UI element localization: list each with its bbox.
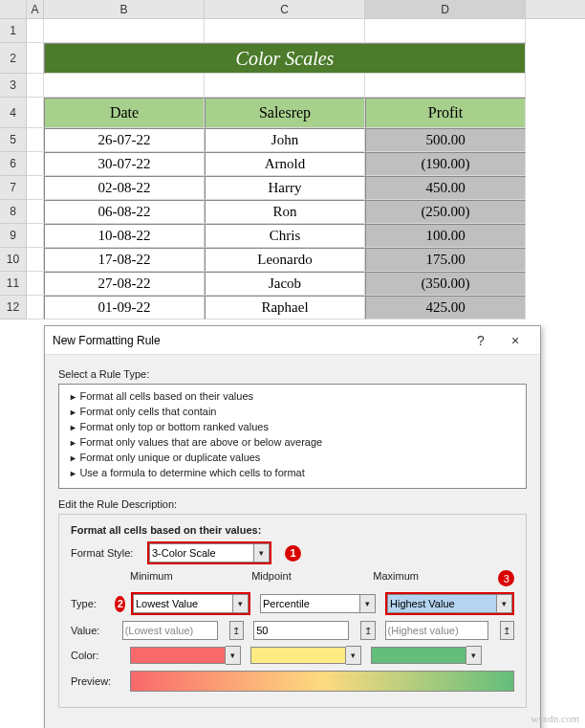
row-header[interactable]: 1	[0, 19, 27, 43]
column-header-d[interactable]: D	[365, 0, 526, 18]
cell-rep[interactable]: Ron	[205, 200, 365, 224]
row-header[interactable]: 8	[0, 200, 27, 224]
cell-profit[interactable]: 175.00	[365, 248, 526, 272]
format-style-select[interactable]: 3-Color Scale	[149, 543, 254, 563]
rule-type-list[interactable]: Format all cells based on their values F…	[58, 384, 527, 489]
cell-profit[interactable]: 425.00	[365, 296, 526, 320]
color-mid-swatch[interactable]	[250, 647, 346, 664]
cell-date[interactable]: 30-07-22	[44, 152, 205, 176]
close-button[interactable]: ×	[498, 329, 532, 352]
rule-description-box: Format all cells based on their values: …	[58, 514, 527, 708]
color-label: Color:	[71, 650, 120, 661]
column-header-b[interactable]: B	[44, 0, 205, 18]
chevron-down-icon[interactable]: ▾	[254, 543, 270, 563]
cell-rep[interactable]: Jacob	[205, 272, 365, 296]
row-header[interactable]: 12	[0, 296, 27, 320]
cell-rep[interactable]: John	[205, 128, 365, 152]
grid-row: 7 02-08-22 Harry 450.00	[0, 176, 585, 200]
value-min-input	[122, 621, 218, 640]
cell-rep[interactable]: Leonardo	[205, 248, 365, 272]
cell-profit[interactable]: 500.00	[365, 128, 526, 152]
cell-date[interactable]: 06-08-22	[44, 200, 205, 224]
chevron-down-icon[interactable]: ▾	[233, 594, 249, 613]
cell-profit[interactable]: (250.00)	[365, 200, 526, 224]
cell-rep[interactable]: Raphael	[205, 296, 365, 320]
rule-item[interactable]: Format only cells that contain	[59, 404, 526, 419]
row-header[interactable]: 3	[0, 74, 27, 98]
help-button[interactable]: ?	[464, 329, 498, 352]
cell-profit[interactable]: (190.00)	[365, 152, 526, 176]
dialog-title: New Formatting Rule	[53, 334, 464, 347]
format-style-label: Format Style:	[71, 547, 138, 559]
callout-2: 2	[115, 596, 125, 612]
rule-item[interactable]: Format only top or bottom ranked values	[59, 419, 526, 434]
watermark: wsxdn.com	[531, 713, 579, 724]
color-min-swatch[interactable]	[130, 647, 226, 664]
preview-gradient	[130, 671, 514, 692]
row-header[interactable]: 7	[0, 176, 27, 200]
grid-row: 2 Color Scales	[0, 43, 585, 74]
cell-date[interactable]: 26-07-22	[44, 128, 205, 152]
title-cell[interactable]: Color Scales	[44, 43, 526, 74]
grid-row: 12 01-09-22 Raphael 425.00	[0, 296, 585, 320]
cell-date[interactable]: 17-08-22	[44, 248, 205, 272]
header-profit[interactable]: Profit	[365, 98, 526, 128]
rule-item[interactable]: Use a formula to determine which cells t…	[59, 465, 526, 480]
grid-rows: 1 2 Color Scales 3 4 Date Salesrep Profi…	[0, 19, 585, 320]
cell-date[interactable]: 02-08-22	[44, 176, 205, 200]
range-picker-icon[interactable]: ↥	[500, 621, 514, 640]
dialog-titlebar[interactable]: New Formatting Rule ? ×	[45, 326, 540, 355]
cell-date[interactable]: 27-08-22	[44, 272, 205, 296]
value-mid-input[interactable]	[253, 621, 349, 640]
row-header[interactable]: 6	[0, 152, 27, 176]
column-header-a[interactable]: A	[27, 0, 44, 18]
row-header[interactable]: 10	[0, 248, 27, 272]
cell-date[interactable]: 10-08-22	[44, 224, 205, 248]
callout-1: 1	[285, 545, 301, 562]
chevron-down-icon[interactable]: ▾	[497, 594, 512, 613]
type-min-select[interactable]: Lowest Value	[133, 594, 233, 613]
chevron-down-icon[interactable]: ▾	[226, 646, 241, 665]
header-date[interactable]: Date	[44, 98, 205, 128]
minimum-label: Minimum	[130, 570, 251, 586]
select-rule-label: Select a Rule Type:	[58, 368, 527, 380]
rule-item[interactable]: Format only values that are above or bel…	[59, 434, 526, 450]
row-header[interactable]: 2	[0, 43, 27, 74]
rule-item[interactable]: Format only unique or duplicate values	[59, 450, 526, 465]
grid-row: 11 27-08-22 Jacob (350.00)	[0, 272, 585, 296]
cell-rep[interactable]: Harry	[205, 176, 365, 200]
column-headers: A B C D	[0, 0, 585, 19]
type-mid-select[interactable]: Percentile	[260, 594, 360, 613]
row-header[interactable]: 11	[0, 272, 27, 296]
chevron-down-icon[interactable]: ▾	[466, 646, 482, 665]
header-salesrep[interactable]: Salesrep	[205, 98, 365, 128]
spreadsheet-area: A B C D 1 2 Color Scales 3 4	[0, 0, 585, 320]
chevron-down-icon[interactable]: ▾	[346, 646, 361, 665]
edit-heading: Format all cells based on their values:	[71, 524, 514, 536]
cell-profit[interactable]: 450.00	[365, 176, 526, 200]
row-header[interactable]: 9	[0, 224, 27, 248]
row-header[interactable]: 4	[0, 98, 27, 128]
edit-desc-label: Edit the Rule Description:	[58, 498, 527, 510]
cell-profit[interactable]: 100.00	[365, 224, 526, 248]
range-picker-icon[interactable]: ↥	[229, 621, 244, 640]
color-max-swatch[interactable]	[371, 647, 466, 664]
value-label: Value:	[71, 625, 113, 636]
value-max-input	[385, 621, 488, 640]
dialog-body: Select a Rule Type: Format all cells bas…	[45, 355, 540, 719]
cell-rep[interactable]: Arnold	[205, 152, 365, 176]
type-label: Type:	[71, 598, 101, 609]
select-all-corner[interactable]	[0, 0, 27, 18]
chevron-down-icon[interactable]: ▾	[360, 594, 376, 613]
cell-rep[interactable]: Chris	[205, 224, 365, 248]
range-picker-icon[interactable]: ↥	[360, 621, 375, 640]
type-max-select[interactable]: Highest Value	[387, 594, 497, 613]
preview-label: Preview:	[71, 675, 120, 687]
grid-row: 8 06-08-22 Ron (250.00)	[0, 200, 585, 224]
rule-item[interactable]: Format all cells based on their values	[59, 388, 526, 404]
cell-profit[interactable]: (350.00)	[365, 272, 526, 296]
row-header[interactable]: 5	[0, 128, 27, 152]
maximum-label: Maximum	[373, 570, 494, 586]
cell-date[interactable]: 01-09-22	[44, 296, 205, 320]
column-header-c[interactable]: C	[205, 0, 365, 18]
